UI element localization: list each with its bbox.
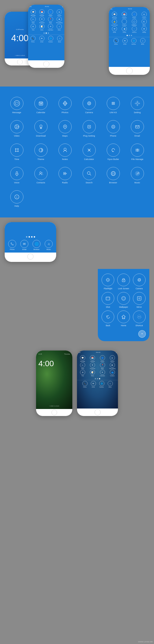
dock-music[interactable]: ♫Music [57,36,62,42]
r-calendar[interactable]: 📅Calendar [120,12,129,18]
r-shortcut[interactable]: ⋯Shortcut [130,26,139,33]
mini-app-message[interactable]: 💬Message [29,9,37,16]
bottom-left-home[interactable] [52,410,57,415]
ctrl-mirror[interactable]: Mirror [132,292,146,308]
app-download[interactable]: Download [29,117,53,140]
br-dock-phone[interactable]: 📞Phone [82,381,88,388]
br-calendar[interactable]: 📅Calendar [88,355,97,362]
ctrl-shortcut[interactable]: Shortcut [132,310,146,327]
mini-app-download[interactable]: ⊽Download [38,16,46,24]
br-video[interactable]: ▷Video [78,362,87,369]
svg-point-30 [64,126,66,127]
dock-icon-browser[interactable]: 🌐 Browser [33,240,41,250]
ctrl-lockscreen[interactable]: Lock Screen [117,274,130,290]
ctrl-flashlight[interactable]: Flashlight [101,274,115,290]
br-time: PM 4:00 [96,352,100,353]
mini-app-music[interactable]: ♫Music [55,24,63,31]
app-calendar[interactable]: 28 Calendar [29,94,53,117]
br-time[interactable]: ⊘Time [78,370,87,376]
r-mirror[interactable]: ⊏Mirror [139,19,149,26]
ctrl-shot[interactable]: Shot [101,292,115,308]
r-dock-phone[interactable]: 📞Phone [113,38,119,45]
app-help[interactable]: i Help [5,187,29,210]
dock-icon-email[interactable]: ✉ Email [20,240,28,250]
app-voice[interactable]: Voice [5,164,29,187]
home-button-left[interactable] [17,59,23,65]
app-theme[interactable]: Theme [29,140,53,164]
dock-home-button[interactable] [27,254,34,260]
dock-browser[interactable]: 🌐Browser [48,36,53,42]
br-photos[interactable]: 🌀Photos [98,355,107,362]
wallpaper-icon [117,292,130,305]
r-email[interactable]: ✉Email [110,26,119,33]
r-camera[interactable]: ◎Camera [139,12,149,18]
bottom-right-home[interactable] [95,409,101,415]
br-dock-music[interactable]: ♫Music [108,381,113,388]
br-maps[interactable]: 📍Maps [98,362,107,369]
app-message[interactable]: Message [5,94,29,117]
br-dock-browser[interactable]: 🌐Browser [99,381,104,388]
r-setting[interactable]: ⚙Setting [139,26,149,33]
app-email[interactable]: Email [125,117,149,140]
app-uimkit[interactable]: UIM Kit [101,94,125,117]
br-download[interactable]: ⊽Download [88,362,97,369]
r-dock-browser[interactable]: 🌐Browser [131,38,136,45]
br-dock-email[interactable]: ✉Email [91,381,96,388]
br-contacts[interactable]: 👥Contacts [108,370,117,376]
br-notes[interactable]: 📝Notes [88,370,97,376]
app-maps[interactable]: Maps [53,117,77,140]
app-setting[interactable]: Setting [125,94,149,117]
br-message[interactable]: 💬Message [78,355,87,362]
app-contacts[interactable]: Contacts [29,164,53,187]
app-browser[interactable]: Browser [101,164,125,187]
br-camera[interactable]: ◎Camera [108,355,117,362]
mini-app-video[interactable]: ▷Video [29,16,37,24]
mini-app-maps[interactable]: 📍Maps [47,16,55,24]
dock-icon-music[interactable]: ♫ Music [45,240,53,250]
app-music[interactable]: Music [125,164,149,187]
dock-email[interactable]: ✉Email [39,36,45,42]
app-plugsetting[interactable]: Plug Setting [77,117,101,140]
home-button-right[interactable] [126,68,133,74]
home-button-center[interactable] [43,61,49,67]
r-dock-music[interactable]: ♫Music [140,38,145,45]
mini-app-photos[interactable]: 🌀Photos [47,9,55,16]
r-wallpaper[interactable]: ◯Wallpaper [130,19,139,26]
r-photos[interactable]: 🌀Photos [130,12,139,18]
app-camera[interactable]: Camera [77,94,101,117]
r-lock[interactable]: 🔒Lock Screen [110,19,119,26]
app-photos[interactable]: Photos [53,94,77,117]
br-calc[interactable]: ✕Calculator [98,370,107,376]
app-notes[interactable]: Notes [53,140,77,164]
app-filemanage[interactable]: File Manage [125,140,149,164]
ctrl-back[interactable]: Back [101,310,115,327]
control-fab-button[interactable]: • [138,330,146,338]
ctrl-camera[interactable]: Camera [132,274,146,290]
phone-label: Phone [110,135,116,137]
app-video[interactable]: Video [5,117,29,140]
mini-app-calculator[interactable]: ✕Calculator [47,24,55,31]
br-plug[interactable]: ⊞Plug Setting [108,362,117,369]
ctrl-camera-icon [133,274,145,286]
r-message[interactable]: 💬Message [110,12,119,18]
app-phone[interactable]: Phone [101,117,125,140]
download-label: Download [36,135,46,137]
r-dock-email[interactable]: ✉Email [122,38,127,45]
app-search[interactable]: Search [77,164,101,187]
mini-app-notes[interactable]: 📝Notes [38,24,46,31]
r-contacts[interactable]: 👤Contacts [120,19,129,26]
app-radio[interactable]: Radio [53,164,77,187]
mini-app-camera[interactable]: ◎Camera [55,9,63,16]
r-theme[interactable]: ◑Theme [120,26,129,33]
ctrl-wallpaper[interactable]: Wallpaper [117,292,130,308]
mini-app-plug[interactable]: ⊞Plug Setting [55,16,63,24]
dock-icons-row: Phone ✉ Email 🌐 Browser ♫ Music [5,240,56,250]
app-calculator[interactable]: Calculator [77,140,101,164]
dock-icon-phone[interactable]: Phone [8,240,16,250]
mini-app-calendar[interactable]: 📅Calendar [38,9,46,16]
app-yiyun[interactable]: Yiyun Butler [101,140,125,164]
mini-app-time[interactable]: ⊘Time [29,24,37,31]
dock-phone[interactable]: 📞Phone [31,36,36,42]
ctrl-home[interactable]: Home [117,310,130,327]
app-time[interactable]: Time [5,140,29,164]
